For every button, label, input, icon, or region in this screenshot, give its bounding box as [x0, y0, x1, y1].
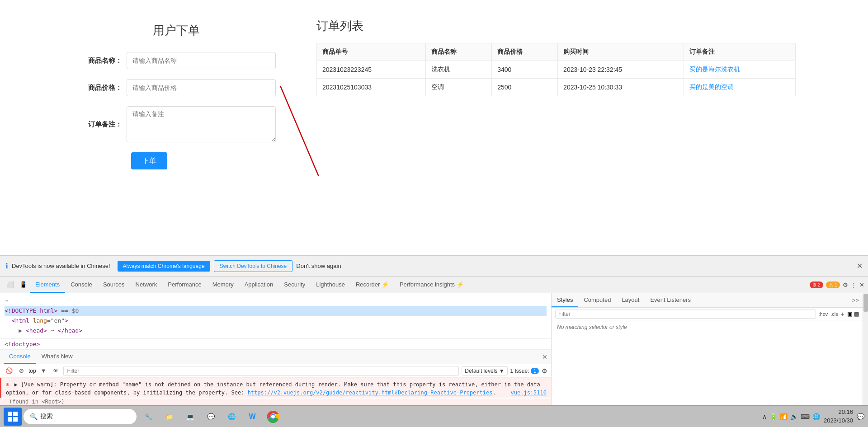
form-name-row: 商品名称：	[77, 52, 276, 69]
console-tab-console[interactable]: Console	[4, 350, 36, 364]
svg-rect-3	[13, 412, 18, 416]
console-filter-input[interactable]	[63, 366, 459, 376]
col-time: 购买时间	[558, 43, 684, 61]
devtools-notification-bar: ℹ DevTools is now available in Chinese! …	[0, 255, 868, 276]
scroll-indicator[interactable]	[863, 293, 868, 405]
taskbar-search-box[interactable]: 🔍 搜索	[24, 409, 137, 424]
html-view: ⋯ <!DOCTYPE html> == $0 <html lang="en">…	[0, 293, 551, 339]
app-area: 用户下单 商品名称： 商品价格： 订单备注： 下单 订单列表 商品单号	[0, 0, 868, 176]
style-icon-1[interactable]: ▣	[847, 311, 852, 317]
issue-badge: 1	[531, 368, 539, 374]
taskbar: 🔍 搜索 🔧 📁 💻 💬 🌐 W ∧ 🔋 📶 🔊 ⌨	[0, 405, 868, 427]
cursor-icon[interactable]: ⬜	[4, 277, 17, 293]
scroll-thumb[interactable]	[863, 294, 868, 312]
taskbar-app-edge[interactable]: 🌐	[222, 407, 241, 427]
cell-price-1: 3400	[492, 61, 558, 79]
styles-tab-computed[interactable]: Computed	[578, 293, 616, 307]
svg-point-8	[271, 415, 275, 418]
tab-application[interactable]: Application	[239, 277, 279, 293]
styles-tab-event-listeners[interactable]: Event Listeners	[645, 293, 696, 307]
search-icon: 🔍	[30, 413, 38, 420]
console-error-1: ⊗ ▶ [Vue warn]: Property or method "name…	[0, 378, 551, 398]
tab-performance-insights[interactable]: Performance insights ⚡	[394, 277, 469, 293]
submit-button[interactable]: 下单	[131, 152, 167, 169]
notification-close-button[interactable]: ✕	[857, 262, 863, 270]
dont-show-again-link[interactable]: Don't show again	[296, 263, 341, 269]
network-icon[interactable]: 🌐	[812, 413, 820, 420]
form-note-input[interactable]	[127, 106, 276, 142]
tab-memory[interactable]: Memory	[207, 277, 239, 293]
keyboard-icon[interactable]: ⌨	[801, 413, 810, 420]
switch-chinese-button[interactable]: Switch DevTools to Chinese	[214, 260, 293, 272]
form-name-input[interactable]	[127, 52, 276, 69]
tab-security[interactable]: Security	[278, 277, 311, 293]
style-icon-2[interactable]: ▤	[854, 311, 859, 317]
tab-recorder[interactable]: Recorder ⚡	[350, 277, 394, 293]
tab-performance[interactable]: Performance	[162, 277, 207, 293]
console-panel-close-button[interactable]: ✕	[542, 353, 547, 361]
settings-button[interactable]: ⚙	[843, 282, 848, 288]
no-style-text: No matching selector or style	[552, 320, 863, 334]
form-price-label: 商品价格：	[77, 84, 127, 92]
styles-tab-styles[interactable]: Styles	[552, 293, 578, 307]
form-price-input[interactable]	[127, 79, 276, 96]
taskbar-app-tools[interactable]: 🔧	[138, 407, 158, 427]
taskbar-app-ws[interactable]: W	[242, 407, 262, 427]
styles-tab-more[interactable]: >>	[849, 297, 863, 304]
default-levels-select[interactable]: Default levels ▼	[462, 366, 507, 375]
notification-center-icon[interactable]: 💬	[857, 413, 864, 420]
start-button[interactable]	[4, 408, 22, 426]
taskbar-apps: 🔧 📁 💻 💬 🌐 W	[138, 407, 283, 427]
form-title: 用户下单	[77, 23, 276, 38]
console-context-dropdown[interactable]: ▼	[39, 367, 48, 374]
cell-time-1: 2023-10-23 22:32:45	[558, 61, 684, 79]
tab-lighthouse[interactable]: Lighthouse	[311, 277, 350, 293]
devtools-left-panel: ⋯ <!DOCTYPE html> == $0 <html lang="en">…	[0, 293, 552, 405]
cell-name-1: 洗衣机	[426, 61, 492, 79]
taskbar-app-chrome[interactable]	[263, 407, 283, 427]
console-eye-button[interactable]: 👁	[51, 367, 61, 374]
styles-filter-input[interactable]	[555, 310, 816, 319]
cls-button[interactable]: .cls	[830, 311, 838, 317]
console-clear-button[interactable]: 🚫	[4, 367, 14, 374]
svg-rect-5	[13, 417, 18, 422]
tab-console[interactable]: Console	[65, 277, 98, 293]
doctype-line: <!doctype>	[0, 339, 551, 350]
chevron-icon[interactable]: ∧	[762, 413, 767, 420]
col-note: 订单备注	[684, 43, 796, 61]
cell-note-1: 买的是海尔洗衣机	[684, 61, 796, 79]
console-toolbar: 🚫 ⊘ top ▼ 👁 Default levels ▼ 1 Issue: 1 …	[0, 364, 551, 378]
console-tab-whatsnew[interactable]: What's New	[36, 350, 78, 364]
tab-network[interactable]: Network	[130, 277, 163, 293]
match-language-button[interactable]: Always match Chrome's language	[118, 261, 210, 272]
devtools-close-button[interactable]: ✕	[859, 282, 864, 288]
tab-sources[interactable]: Sources	[98, 277, 130, 293]
console-settings-button[interactable]: ⚙	[542, 367, 547, 375]
taskbar-app-terminal[interactable]: 💻	[180, 407, 200, 427]
html-line-1: ⋯ <!DOCTYPE html> == $0	[5, 296, 547, 316]
col-name: 商品名称	[426, 43, 492, 61]
devtools-body: ⋯ <!DOCTYPE html> == $0 <html lang="en">…	[0, 293, 868, 405]
battery-icon[interactable]: 🔋	[769, 413, 777, 420]
console-filter-toggle[interactable]: ⊘	[17, 367, 26, 374]
html-line-3: ▶ <head> ⋯ </head>	[5, 326, 547, 336]
add-style-button[interactable]: +	[841, 310, 844, 318]
svg-rect-2	[8, 412, 12, 416]
error-link-1[interactable]: https://v2.vuejs.org/v2/guide/reactivity…	[248, 389, 493, 396]
tab-elements[interactable]: Elements	[30, 277, 65, 293]
taskbar-app-explorer[interactable]: 📁	[159, 407, 179, 427]
error-found-1: (found in <Root>)	[0, 399, 551, 405]
taskbar-clock[interactable]: 20:16 2023/10/30	[824, 408, 853, 424]
error-file-1[interactable]: vue.js:5110	[511, 389, 547, 397]
taskbar-app-wechat[interactable]: 💬	[201, 407, 221, 427]
wifi-icon[interactable]: 📶	[780, 413, 788, 420]
form-note-label: 订单备注：	[77, 120, 127, 129]
hov-button[interactable]: :hov	[819, 311, 828, 317]
html-line-2: <html lang="en">	[5, 316, 547, 326]
styles-tab-layout[interactable]: Layout	[616, 293, 645, 307]
error-expand-1[interactable]: ▶	[14, 381, 17, 388]
device-icon[interactable]: 📱	[17, 277, 30, 293]
volume-icon[interactable]: 🔊	[790, 413, 798, 420]
more-options-button[interactable]: ⋮	[851, 282, 857, 288]
form-section: 用户下单 商品名称： 商品价格： 订单备注： 下单	[68, 14, 285, 163]
